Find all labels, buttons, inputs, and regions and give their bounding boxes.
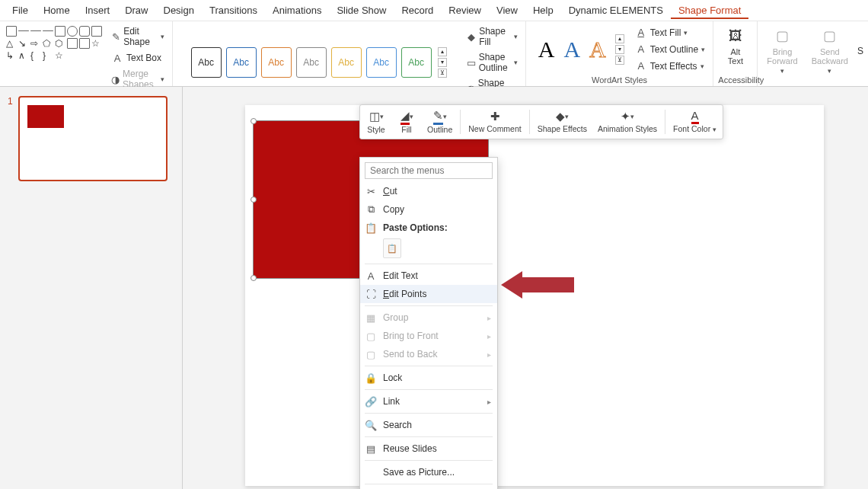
gallery-up-icon[interactable]: ▴ (615, 34, 624, 43)
text-box-icon: A (111, 52, 123, 64)
ctx-save-picture[interactable]: Save as Picture... (360, 463, 497, 481)
shape-gallery[interactable]: △↘⇨⬠⬡☆ ↳∧{}☆ (5, 24, 104, 62)
mini-outline-button[interactable]: ✎▾Outline (423, 108, 457, 136)
style-swatch[interactable]: Abc (366, 47, 397, 78)
tab-draw[interactable]: Draw (117, 2, 155, 19)
mini-shape-effects-button[interactable]: ◆▾Shape Effects (533, 108, 592, 136)
ribbon-group-shape-styles: Abc Abc Abc Abc Abc Abc Abc ▴ ▾ ⊻ ◆Shape… (173, 21, 526, 86)
tab-dynamic-elements[interactable]: Dynamic ELEMENTS (561, 2, 671, 19)
chevron-right-icon: ▸ (487, 332, 491, 340)
edit-shape-label: Edit Shape (123, 26, 158, 47)
fill-icon: ◢▾ (399, 110, 414, 123)
edit-shape-icon: ✎ (111, 30, 120, 43)
style-swatch[interactable]: Abc (226, 47, 257, 78)
tab-review[interactable]: Review (441, 2, 489, 19)
gallery-more-icon[interactable]: ⊻ (615, 56, 624, 65)
tab-help[interactable]: Help (525, 2, 561, 19)
shape-fill-button[interactable]: ◆Shape Fill▾ (464, 24, 521, 49)
tab-slide-show[interactable]: Slide Show (329, 2, 394, 19)
style-icon: ◫▾ (369, 110, 384, 123)
style-gallery[interactable]: Abc Abc Abc Abc Abc Abc Abc ▴ ▾ ⊻ (177, 47, 461, 78)
ctx-bring-front-label: Bring to Front (383, 331, 439, 341)
animation-styles-icon: ✦▾ (620, 110, 635, 123)
font-color-icon: A (688, 110, 703, 123)
merge-shapes-icon: ◑ (111, 73, 120, 85)
ctx-link-label: Link (383, 396, 400, 407)
style-swatch[interactable]: Abc (331, 47, 362, 78)
ctx-link[interactable]: 🔗Link▸ (360, 392, 497, 411)
svg-marker-0 (501, 271, 574, 299)
ribbon-group-wordart: A A A ▴ ▾ ⊻ AText Fill▾ AText Outline▾ A… (526, 21, 714, 86)
tab-shape-format[interactable]: Shape Format (671, 2, 748, 19)
text-outline-icon: A (635, 43, 647, 56)
ctx-paste-label: Paste Options: (383, 222, 448, 233)
gallery-down-icon[interactable]: ▾ (438, 58, 447, 67)
mini-fill-button[interactable]: ◢▾Fill (392, 108, 421, 136)
wordart-swatch[interactable]: A (538, 37, 555, 62)
ctx-group-label: Group (383, 312, 408, 323)
slide-thumbnail[interactable] (18, 96, 168, 181)
ctx-edit-text[interactable]: AEdit Text (360, 267, 497, 285)
text-fill-button[interactable]: AText Fill▾ (632, 25, 708, 40)
ctx-lock[interactable]: 🔒Lock (360, 369, 497, 387)
style-swatch[interactable]: Abc (191, 47, 222, 78)
text-fill-icon: A (635, 27, 647, 39)
send-back-icon: ▢ (365, 348, 377, 360)
ctx-search-label: Search (383, 420, 412, 430)
text-effects-button[interactable]: AText Effects▾ (632, 59, 708, 74)
mini-font-color-button[interactable]: AFont Color ▾ (669, 108, 721, 136)
mini-style-button[interactable]: ◫▾Style (362, 108, 391, 136)
ctx-search[interactable]: 🔍Search (360, 416, 497, 434)
alt-text-icon: 🖼 (726, 26, 745, 46)
style-swatch[interactable]: Abc (261, 47, 292, 78)
ctx-cut[interactable]: ✂Cut (360, 182, 497, 200)
ctx-send-back: ▢Send to Back▸ (360, 345, 497, 363)
ctx-copy[interactable]: ⧉Copy (360, 200, 497, 219)
edit-text-icon: A (365, 270, 377, 282)
mini-animation-styles-button[interactable]: ✦▾Animation Styles (593, 108, 662, 136)
mini-new-comment-button[interactable]: ✚New Comment (464, 108, 525, 136)
shape-outline-button[interactable]: ▭Shape Outline▾ (464, 50, 521, 75)
shape-outline-label: Shape Outline (479, 52, 511, 73)
style-swatch[interactable]: Abc (296, 47, 327, 78)
ctx-send-back-label: Send to Back (383, 349, 437, 360)
text-outline-button[interactable]: AText Outline▾ (632, 42, 708, 57)
reuse-slides-icon: ▤ (365, 443, 377, 455)
tab-view[interactable]: View (489, 2, 525, 19)
gallery-up-icon[interactable]: ▴ (438, 47, 447, 56)
ribbon: △↘⇨⬠⬡☆ ↳∧{}☆ ✎Edit Shape▾ AText Box ◑Mer… (0, 21, 868, 87)
tab-file[interactable]: File (5, 2, 36, 19)
context-search-input[interactable] (365, 162, 493, 179)
ctx-reuse-slides[interactable]: ▤Reuse Slides (360, 439, 497, 458)
resize-handle[interactable] (251, 197, 257, 203)
alt-text-button[interactable]: 🖼 Alt Text (718, 24, 752, 67)
wordart-swatch[interactable]: A (589, 37, 606, 62)
edit-shape-button[interactable]: ✎Edit Shape▾ (108, 24, 168, 49)
gallery-more-icon[interactable]: ⊻ (438, 69, 447, 78)
group-icon: ▦ (365, 312, 377, 324)
chevron-right-icon: ▸ (487, 314, 491, 322)
resize-handle[interactable] (251, 118, 257, 124)
send-backward-button: ▢ Send Backward ▾ (807, 24, 853, 77)
ctx-edit-points-label: Edit Points (383, 289, 426, 299)
tab-insert[interactable]: Insert (78, 2, 118, 19)
resize-handle[interactable] (251, 275, 257, 281)
slide-number: 1 (8, 96, 13, 107)
tab-animations[interactable]: Animations (265, 2, 329, 19)
style-swatch[interactable]: Abc (401, 47, 432, 78)
save-picture-icon (365, 466, 377, 478)
slide-canvas[interactable]: ⟳ ◫▾Style ◢▾Fill ✎▾Outline ✚New Comment … (183, 87, 868, 489)
tab-design[interactable]: Design (156, 2, 202, 19)
paste-option-keep-text[interactable]: 📋 (383, 238, 401, 258)
tab-home[interactable]: Home (36, 2, 78, 19)
gallery-down-icon[interactable]: ▾ (615, 45, 624, 54)
wordart-swatch[interactable]: A (563, 37, 580, 62)
tab-record[interactable]: Record (394, 2, 441, 19)
shape-effects-icon: ◆▾ (554, 110, 570, 123)
menubar: File Home Insert Draw Design Transitions… (0, 0, 868, 21)
search-icon: 🔍 (365, 419, 377, 431)
text-box-button[interactable]: AText Box (108, 50, 168, 66)
ctx-edit-points[interactable]: ⛶Edit Points (360, 285, 497, 303)
wordart-gallery[interactable]: A A A ▴ ▾ ⊻ (531, 31, 632, 68)
tab-transitions[interactable]: Transitions (202, 2, 265, 19)
